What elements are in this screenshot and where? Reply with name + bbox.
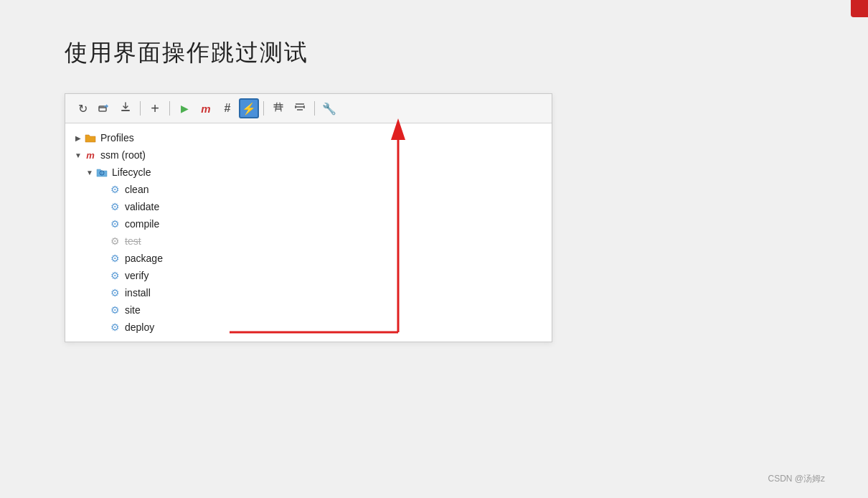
- gear-icon-clean: ⚙: [108, 183, 121, 196]
- gear-icon-validate: ⚙: [108, 200, 121, 213]
- test-label: test: [125, 235, 141, 247]
- gear-icon-site: ⚙: [108, 304, 121, 316]
- watermark: CSDN @汤姆z: [768, 473, 825, 485]
- install-label: install: [125, 287, 151, 299]
- deploy-label: deploy: [125, 321, 154, 333]
- settings-icon: 🔧: [322, 102, 336, 116]
- svg-rect-1: [121, 110, 130, 111]
- corner-badge: [851, 0, 868, 17]
- skip-tests-button[interactable]: #: [217, 98, 237, 118]
- toggle-offline-icon: [273, 101, 284, 116]
- refresh-button[interactable]: ↻: [72, 98, 93, 118]
- folder-icon-profiles: [84, 131, 97, 144]
- add-button[interactable]: +: [145, 98, 165, 118]
- expand-icon-lifecycle: ▼: [84, 166, 95, 178]
- toggle-offline-button[interactable]: [268, 98, 288, 118]
- svg-rect-0: [99, 106, 106, 111]
- maven-run-button[interactable]: m: [196, 98, 216, 118]
- tree-item-validate[interactable]: ▶ ⚙ validate: [65, 198, 552, 215]
- multiproject-button[interactable]: [290, 98, 310, 118]
- tree-item-install[interactable]: ▶ ⚙ install: [65, 284, 552, 301]
- maven-panel: ↻ +: [65, 93, 552, 342]
- lifecycle-folder-icon: [95, 166, 108, 179]
- separator-3: [263, 101, 264, 116]
- tree-item-test[interactable]: ▶ ⚙ test: [65, 232, 552, 250]
- tree-item-verify[interactable]: ▶ ⚙ verify: [65, 267, 552, 284]
- gear-icon-package: ⚙: [108, 252, 121, 265]
- expand-icon-ssm: ▼: [72, 149, 84, 161]
- ssm-label: ssm (root): [100, 149, 146, 161]
- page-title: 使用界面操作跳过测试: [65, 37, 308, 69]
- tree-item-lifecycle[interactable]: ▼ Lifecycle: [65, 164, 552, 181]
- separator-1: [140, 101, 141, 116]
- profiles-label: Profiles: [100, 132, 134, 144]
- lightning-icon: ⚡: [242, 102, 256, 116]
- add-icon: +: [151, 100, 159, 117]
- clean-label: clean: [125, 184, 148, 195]
- site-label: site: [125, 304, 141, 316]
- maven-letter-icon: m: [201, 103, 210, 115]
- tree-item-clean[interactable]: ▶ ⚙ clean: [65, 181, 552, 198]
- maven-tree: ▶ Profiles ▼ m ssm (root) ▼: [65, 123, 552, 342]
- tree-item-site[interactable]: ▶ ⚙ site: [65, 301, 552, 319]
- validate-label: validate: [125, 201, 159, 212]
- download-icon: [120, 101, 131, 116]
- lifecycle-label: Lifecycle: [112, 166, 151, 178]
- tree-item-ssm[interactable]: ▼ m ssm (root): [65, 146, 552, 164]
- tree-item-compile[interactable]: ▶ ⚙ compile: [65, 215, 552, 232]
- run-icon: ▶: [181, 103, 189, 114]
- tree-item-deploy[interactable]: ▶ ⚙ deploy: [65, 319, 552, 336]
- tree-item-profiles[interactable]: ▶ Profiles: [65, 129, 552, 146]
- gear-icon-install: ⚙: [108, 286, 121, 299]
- refresh-icon: ↻: [78, 102, 88, 116]
- gear-icon-verify: ⚙: [108, 269, 121, 282]
- tree-item-package[interactable]: ▶ ⚙ package: [65, 250, 552, 267]
- skip-tests-icon: #: [225, 102, 231, 115]
- gear-icon-test: ⚙: [108, 235, 121, 248]
- gear-icon-deploy: ⚙: [108, 321, 121, 334]
- expand-icon-profiles: ▶: [72, 132, 84, 144]
- download-button[interactable]: [115, 98, 136, 118]
- run-button[interactable]: ▶: [174, 98, 194, 118]
- gear-icon-compile: ⚙: [108, 217, 121, 230]
- verify-label: verify: [125, 270, 148, 281]
- package-label: package: [125, 253, 163, 264]
- maven-icon-ssm: m: [84, 149, 97, 161]
- folder-sync-button[interactable]: [94, 98, 114, 118]
- compile-label: compile: [125, 218, 159, 230]
- folder-sync-icon: [98, 101, 110, 116]
- separator-2: [169, 101, 170, 116]
- multiproject-icon: [294, 101, 306, 116]
- toolbar: ↻ +: [65, 94, 552, 123]
- separator-4: [314, 101, 315, 116]
- settings-button[interactable]: 🔧: [319, 98, 339, 118]
- lightning-button[interactable]: ⚡: [239, 98, 259, 118]
